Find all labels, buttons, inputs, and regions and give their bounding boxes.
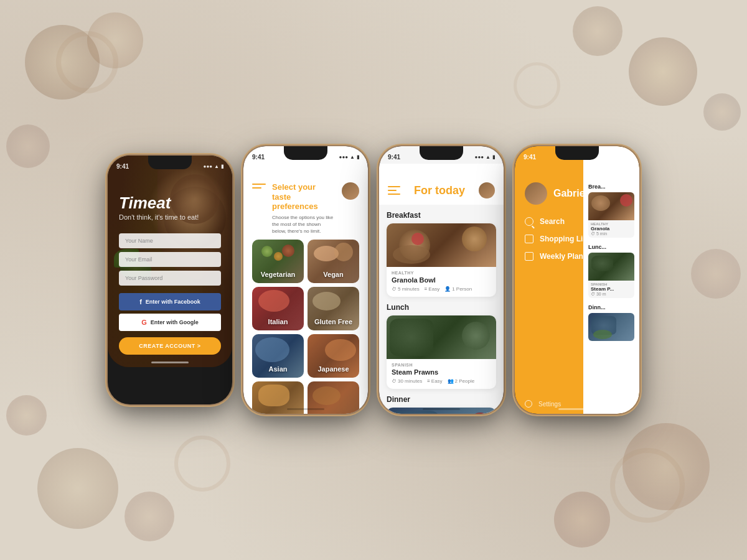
bg-food-circle-5 [37, 448, 118, 529]
signal-icon: ●●● [611, 154, 620, 160]
peek-breakfast: Brea... HEALTHY Granola ⏱ 5 min [588, 184, 634, 238]
taste-italian[interactable]: Italian [252, 287, 304, 330]
bg-food-circle-4 [573, 6, 622, 56]
taste-vegetarian[interactable]: Vegetarian [252, 240, 304, 283]
phone-3-today: 9:41 ●●● ▲ ▮ For today Bre [379, 146, 504, 414]
phone4-screen: 9:41 ●●● ▲ ▮ Gabriella [515, 146, 639, 414]
phone3-home-indicator [423, 408, 460, 410]
dinner-section: Dinner [387, 395, 496, 414]
phone2-screen: 9:41 ●●● ▲ ▮ Select your taste preferenc… [243, 146, 368, 414]
breakfast-title: Breakfast [387, 211, 496, 220]
phone1-notch [148, 156, 192, 169]
facebook-button[interactable]: f Enter with Facebook [119, 293, 221, 310]
email-input[interactable]: Your Email [119, 252, 221, 267]
app-title: Timeat [119, 195, 221, 211]
taste-japanese-label: Japanese [308, 365, 359, 373]
wifi-icon: ▲ [486, 154, 491, 160]
prawns-meta: ⏱ 30 minutes ≡ Easy 👥 2 People [392, 378, 491, 384]
create-account-button[interactable]: CREATE ACCOUNT > [119, 337, 221, 355]
settings-icon [525, 400, 532, 408]
taste-vegan[interactable]: Vegan [308, 240, 359, 283]
phone3-notch [420, 146, 463, 160]
bg-plate-ring-4 [514, 62, 560, 109]
battery-icon: ▮ [492, 154, 495, 160]
granola-tag: HEALTHY [392, 271, 491, 275]
login-form: Your Name Your Email Your Password [119, 233, 221, 286]
granola-bowl-image [387, 223, 496, 267]
phone3-time: 9:41 [388, 154, 400, 161]
bg-food-circle-11 [703, 93, 741, 131]
peek-lunch: Lunc... SPANISH Steam P... ⏱ 30 m [588, 244, 634, 298]
taste-american-label: American [252, 413, 304, 414]
phone4-time: 9:41 [524, 154, 536, 161]
peek-dinner-card [588, 313, 634, 341]
taste-grid: Vegetarian Vegan Italian Gluten Free [243, 240, 368, 414]
taste-gluten-label: Gluten Free [308, 318, 359, 325]
phone3-content[interactable]: Breakfast HEALTHY [379, 205, 504, 414]
signal-icon: ●●● [475, 154, 484, 160]
phone4-home-indicator [558, 408, 596, 410]
google-button[interactable]: G Enter with Google [119, 314, 221, 331]
signal-icon: ●●● [339, 154, 349, 160]
prawns-servings: 👥 2 People [448, 378, 475, 384]
taste-asian[interactable]: Asian [252, 334, 304, 378]
phone1-time: 9:41 [116, 163, 129, 170]
phone3-status-icons: ●●● ▲ ▮ [475, 154, 495, 160]
steam-prawns-card[interactable]: SPANISH Steam Prawns ⏱ 30 minutes ≡ Easy [387, 315, 496, 389]
granola-time: ⏱ 5 minutes [392, 286, 420, 292]
facebook-btn-label: Enter with Facebook [146, 299, 200, 305]
phone3-screen: 9:41 ●●● ▲ ▮ For today Bre [379, 146, 504, 414]
peek-breakfast-info: HEALTHY Granola ⏱ 5 min [588, 220, 634, 238]
phone2-home-indicator [287, 408, 324, 410]
phone-2-preferences: 9:41 ●●● ▲ ▮ Select your taste preferenc… [243, 146, 368, 414]
password-input[interactable]: Your Password [119, 271, 221, 286]
granola-meta: ⏱ 5 minutes ≡ Easy 👤 1 Person [392, 286, 491, 292]
peek-lunch-img [588, 253, 634, 281]
wifi-icon: ▲ [621, 154, 626, 160]
taste-vegetarian-label: Vegetarian [252, 271, 304, 278]
peek-lunch-info: SPANISH Steam P... ⏱ 30 m [588, 281, 634, 298]
bg-food-circle-9 [6, 124, 50, 168]
peek-breakfast-time: ⏱ 5 min [591, 231, 632, 236]
peek-dinner: Dinn... [588, 304, 634, 341]
taste-japanese[interactable]: Japanese [308, 334, 359, 378]
settings-label: Settings [538, 401, 561, 408]
peek-breakfast-title: Brea... [588, 184, 634, 190]
name-input[interactable]: Your Name [119, 233, 221, 248]
google-icon: G [141, 319, 147, 326]
phone1-content: Timeat Don't think, it's time to eat! Yo… [108, 173, 232, 367]
peek-lunch-title: Lunc... [588, 244, 634, 250]
phone2-notch [284, 146, 327, 160]
steam-prawns-image [387, 315, 496, 359]
person-icon: 👤 [444, 286, 451, 292]
difficulty-icon: ≡ [427, 378, 430, 384]
granola-servings: 👤 1 Person [444, 286, 472, 292]
difficulty-icon: ≡ [425, 286, 428, 292]
peek-lunch-time: ⏱ 30 m [591, 292, 632, 296]
google-btn-label: Enter with Google [151, 319, 199, 325]
phone-4-menu: 9:41 ●●● ▲ ▮ Gabriella [515, 146, 639, 414]
granola-name: Granola Bowl [392, 276, 491, 284]
phone2-status-icons: ●●● ▲ ▮ [339, 154, 359, 160]
peek-lunch-name: Steam P... [591, 286, 632, 292]
taste-gluten-free[interactable]: Gluten Free [308, 287, 359, 330]
bg-plate-ring-3 [174, 436, 230, 492]
wifi-icon: ▲ [214, 164, 219, 169]
battery-icon: ▮ [357, 154, 359, 160]
taste-vegan-label: Vegan [308, 271, 359, 278]
peek-breakfast-name: Granola [591, 226, 632, 231]
phone3-avatar [479, 182, 495, 198]
menu-icon[interactable] [388, 186, 400, 195]
prawns-tag: SPANISH [392, 363, 491, 367]
menu-line-1 [252, 184, 266, 185]
phone-1-login: 9:41 ●●● ▲ ▮ Timeat Don't think, it's ti… [108, 156, 232, 404]
peek-breakfast-img [588, 192, 634, 220]
granola-bowl-info: HEALTHY Granola Bowl ⏱ 5 minutes ≡ Easy [387, 267, 496, 297]
phone4-peek-panel: Brea... HEALTHY Granola ⏱ 5 min [583, 146, 639, 414]
preferences-title: Select your taste preferences [272, 182, 336, 212]
menu-icon[interactable] [252, 184, 266, 194]
granola-bowl-card[interactable]: HEALTHY Granola Bowl ⏱ 5 minutes ≡ Easy [387, 223, 496, 297]
battery-icon: ▮ [628, 154, 631, 160]
people-icon: 👥 [448, 378, 454, 384]
bg-plate-ring-1 [56, 31, 118, 93]
